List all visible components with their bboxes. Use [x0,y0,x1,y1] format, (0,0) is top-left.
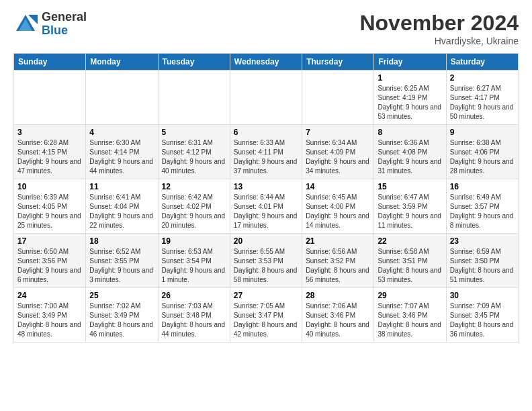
day-info: Sunrise: 6:45 AM Sunset: 4:00 PM Dayligh… [306,193,370,230]
day-info: Sunrise: 6:53 AM Sunset: 3:54 PM Dayligh… [162,247,226,285]
calendar-header-row: Sunday Monday Tuesday Wednesday Thursday… [14,54,519,71]
logo-text: General Blue [42,11,87,38]
day-number: 1 [378,73,442,83]
day-info: Sunrise: 6:44 AM Sunset: 4:01 PM Dayligh… [234,193,298,230]
day-number: 29 [378,291,442,300]
day-number: 26 [162,291,226,300]
day-info: Sunrise: 6:34 AM Sunset: 4:09 PM Dayligh… [306,138,370,176]
day-info: Sunrise: 6:50 AM Sunset: 3:56 PM Dayligh… [17,247,82,285]
calendar-cell [14,71,86,125]
day-number: 16 [450,182,515,191]
day-number: 9 [450,128,515,137]
day-number: 21 [306,236,370,246]
col-friday: Friday [374,54,446,71]
day-info: Sunrise: 6:59 AM Sunset: 3:50 PM Dayligh… [450,247,515,285]
day-number: 4 [89,128,154,137]
header: General Blue November 2024 Hvardiyske, U… [13,11,519,46]
day-info: Sunrise: 6:25 AM Sunset: 4:19 PM Dayligh… [378,84,442,122]
day-info: Sunrise: 6:56 AM Sunset: 3:52 PM Dayligh… [306,247,370,285]
day-number: 24 [17,291,82,300]
logo: General Blue [13,11,87,38]
calendar-cell: 5Sunrise: 6:31 AM Sunset: 4:12 PM Daylig… [158,125,230,179]
calendar-cell: 10Sunrise: 6:39 AM Sunset: 4:05 PM Dayli… [14,179,86,234]
day-info: Sunrise: 6:58 AM Sunset: 3:51 PM Dayligh… [378,247,442,285]
day-info: Sunrise: 7:05 AM Sunset: 3:47 PM Dayligh… [234,302,298,339]
calendar-cell: 13Sunrise: 6:44 AM Sunset: 4:01 PM Dayli… [230,179,302,234]
day-info: Sunrise: 6:52 AM Sunset: 3:55 PM Dayligh… [89,247,154,285]
calendar-cell: 1Sunrise: 6:25 AM Sunset: 4:19 PM Daylig… [374,71,446,125]
calendar-cell: 9Sunrise: 6:38 AM Sunset: 4:06 PM Daylig… [446,125,518,179]
calendar-week-1: 1Sunrise: 6:25 AM Sunset: 4:19 PM Daylig… [14,71,519,125]
calendar-cell: 20Sunrise: 6:55 AM Sunset: 3:53 PM Dayli… [230,234,302,288]
calendar-cell: 26Sunrise: 7:03 AM Sunset: 3:48 PM Dayli… [158,288,230,342]
calendar-cell: 15Sunrise: 6:47 AM Sunset: 3:59 PM Dayli… [374,179,446,234]
month-title: November 2024 [359,11,519,36]
day-info: Sunrise: 6:31 AM Sunset: 4:12 PM Dayligh… [162,138,226,176]
calendar-cell: 16Sunrise: 6:49 AM Sunset: 3:57 PM Dayli… [446,179,518,234]
day-number: 7 [306,128,370,137]
col-monday: Monday [86,54,158,71]
calendar-cell: 23Sunrise: 6:59 AM Sunset: 3:50 PM Dayli… [446,234,518,288]
day-info: Sunrise: 7:02 AM Sunset: 3:49 PM Dayligh… [89,302,154,339]
day-info: Sunrise: 6:47 AM Sunset: 3:59 PM Dayligh… [378,193,442,230]
calendar-week-4: 17Sunrise: 6:50 AM Sunset: 3:56 PM Dayli… [14,234,519,288]
logo-blue: Blue [42,24,87,38]
day-number: 3 [17,128,82,137]
day-info: Sunrise: 7:06 AM Sunset: 3:46 PM Dayligh… [306,302,370,339]
title-section: November 2024 Hvardiyske, Ukraine [359,11,519,46]
calendar-cell: 28Sunrise: 7:06 AM Sunset: 3:46 PM Dayli… [302,288,374,342]
day-number: 22 [378,236,442,246]
location-subtitle: Hvardiyske, Ukraine [359,36,519,46]
calendar-cell: 2Sunrise: 6:27 AM Sunset: 4:17 PM Daylig… [446,71,518,125]
day-info: Sunrise: 7:07 AM Sunset: 3:46 PM Dayligh… [378,302,442,339]
day-number: 6 [234,128,298,137]
day-number: 27 [234,291,298,300]
calendar-week-3: 10Sunrise: 6:39 AM Sunset: 4:05 PM Dayli… [14,179,519,234]
day-info: Sunrise: 7:09 AM Sunset: 3:45 PM Dayligh… [450,302,515,339]
day-number: 19 [162,236,226,246]
col-saturday: Saturday [446,54,518,71]
calendar-cell: 29Sunrise: 7:07 AM Sunset: 3:46 PM Dayli… [374,288,446,342]
day-info: Sunrise: 6:33 AM Sunset: 4:11 PM Dayligh… [234,138,298,176]
day-info: Sunrise: 6:49 AM Sunset: 3:57 PM Dayligh… [450,193,515,230]
calendar-cell: 11Sunrise: 6:41 AM Sunset: 4:04 PM Dayli… [86,179,158,234]
day-number: 17 [17,236,82,246]
day-number: 12 [162,182,226,191]
day-number: 8 [378,128,442,137]
col-sunday: Sunday [14,54,86,71]
calendar-cell: 30Sunrise: 7:09 AM Sunset: 3:45 PM Dayli… [446,288,518,342]
day-info: Sunrise: 6:28 AM Sunset: 4:15 PM Dayligh… [17,138,82,176]
calendar-cell [86,71,158,125]
calendar-cell: 6Sunrise: 6:33 AM Sunset: 4:11 PM Daylig… [230,125,302,179]
day-number: 25 [89,291,154,300]
page: General Blue November 2024 Hvardiyske, U… [0,0,532,349]
calendar-week-2: 3Sunrise: 6:28 AM Sunset: 4:15 PM Daylig… [14,125,519,179]
calendar-cell: 4Sunrise: 6:30 AM Sunset: 4:14 PM Daylig… [86,125,158,179]
calendar-cell [302,71,374,125]
day-number: 30 [450,291,515,300]
day-info: Sunrise: 7:00 AM Sunset: 3:49 PM Dayligh… [17,302,82,339]
col-tuesday: Tuesday [158,54,230,71]
calendar-cell: 25Sunrise: 7:02 AM Sunset: 3:49 PM Dayli… [86,288,158,342]
day-info: Sunrise: 6:30 AM Sunset: 4:14 PM Dayligh… [89,138,154,176]
calendar-cell: 19Sunrise: 6:53 AM Sunset: 3:54 PM Dayli… [158,234,230,288]
calendar-cell: 18Sunrise: 6:52 AM Sunset: 3:55 PM Dayli… [86,234,158,288]
day-number: 11 [89,182,154,191]
calendar-cell [230,71,302,125]
day-info: Sunrise: 7:03 AM Sunset: 3:48 PM Dayligh… [162,302,226,339]
logo-icon [13,12,38,36]
calendar-cell: 14Sunrise: 6:45 AM Sunset: 4:00 PM Dayli… [302,179,374,234]
day-number: 23 [450,236,515,246]
col-wednesday: Wednesday [230,54,302,71]
day-number: 28 [306,291,370,300]
day-number: 14 [306,182,370,191]
day-info: Sunrise: 6:41 AM Sunset: 4:04 PM Dayligh… [89,193,154,230]
day-number: 13 [234,182,298,191]
day-info: Sunrise: 6:27 AM Sunset: 4:17 PM Dayligh… [450,84,515,122]
col-thursday: Thursday [302,54,374,71]
logo-general: General [42,11,87,24]
day-number: 5 [162,128,226,137]
calendar-cell: 3Sunrise: 6:28 AM Sunset: 4:15 PM Daylig… [14,125,86,179]
calendar-cell: 12Sunrise: 6:42 AM Sunset: 4:02 PM Dayli… [158,179,230,234]
calendar-cell: 8Sunrise: 6:36 AM Sunset: 4:08 PM Daylig… [374,125,446,179]
